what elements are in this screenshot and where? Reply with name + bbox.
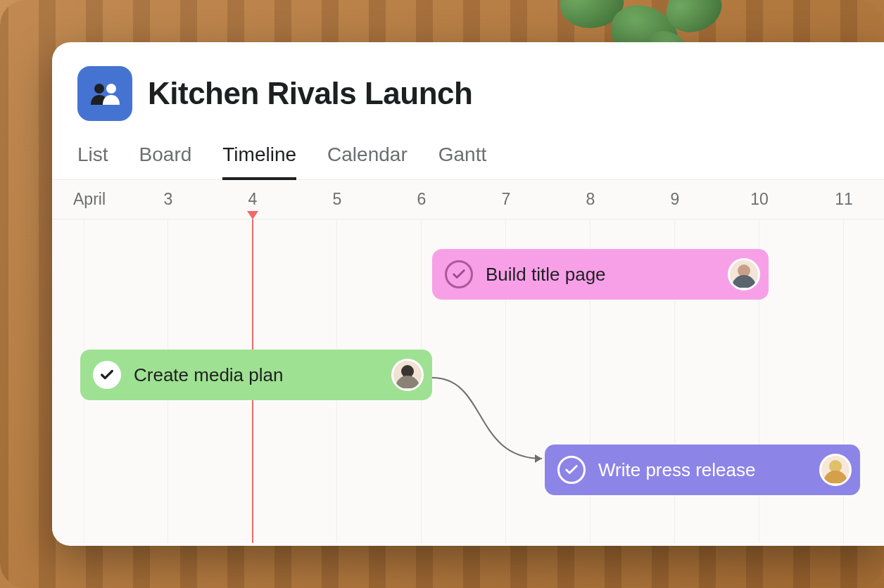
check-icon[interactable]: [557, 456, 586, 484]
task-build-title-page[interactable]: Build title page: [432, 249, 769, 300]
people-icon: [89, 82, 120, 105]
check-icon[interactable]: [445, 260, 473, 288]
day-header: 3: [126, 190, 210, 209]
task-title: Write press release: [598, 459, 807, 481]
project-icon[interactable]: [77, 66, 132, 121]
day-header: 7: [464, 190, 548, 209]
project-panel: Kitchen Rivals Launch List Board Timelin…: [52, 42, 884, 546]
assignee-avatar[interactable]: [391, 359, 424, 391]
month-label: April: [73, 190, 106, 209]
day-header: 5: [295, 190, 379, 209]
task-title: Create media plan: [134, 364, 379, 386]
panel-header: Kitchen Rivals Launch: [52, 42, 884, 134]
task-title: Build title page: [486, 264, 715, 286]
day-header: 4: [210, 190, 295, 209]
assignee-avatar[interactable]: [728, 258, 760, 290]
today-marker-icon: [247, 211, 258, 219]
timeline-grid[interactable]: Build title page Create media plan: [52, 219, 884, 543]
timeline-area: April 3 4 5 6 7 8 9 10 11: [52, 180, 884, 543]
svg-point-1: [106, 84, 116, 94]
day-header: 8: [548, 190, 633, 209]
task-create-media-plan[interactable]: Create media plan: [80, 350, 432, 400]
tab-timeline[interactable]: Timeline: [222, 139, 296, 180]
assignee-avatar[interactable]: [819, 454, 852, 486]
project-title: Kitchen Rivals Launch: [148, 76, 472, 111]
date-header: April 3 4 5 6 7 8 9 10 11: [52, 180, 884, 219]
tab-list[interactable]: List: [77, 139, 108, 179]
svg-point-0: [94, 84, 104, 94]
task-write-press-release[interactable]: Write press release: [545, 445, 860, 495]
tab-board[interactable]: Board: [139, 139, 192, 179]
day-header: 11: [802, 190, 884, 209]
tab-gantt[interactable]: Gantt: [438, 139, 486, 179]
check-icon[interactable]: [93, 361, 121, 389]
day-header: 10: [717, 190, 802, 209]
day-header: 9: [633, 190, 717, 209]
tab-calendar[interactable]: Calendar: [327, 139, 408, 179]
day-header: 6: [379, 190, 464, 209]
view-tabs: List Board Timeline Calendar Gantt: [52, 134, 884, 180]
